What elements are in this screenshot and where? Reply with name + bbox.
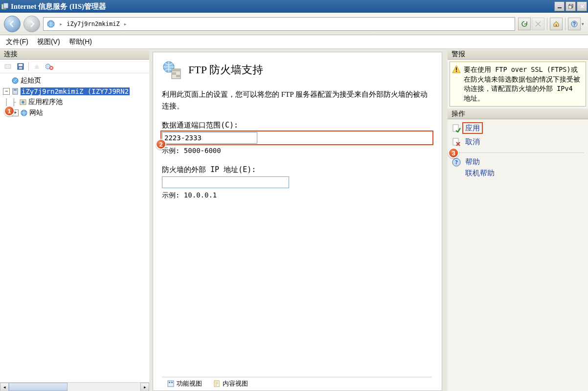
window-titlebar: Internet 信息服务 (IIS)管理器 ✕ xyxy=(0,0,588,13)
svg-point-19 xyxy=(22,101,24,104)
collapse-icon[interactable]: − xyxy=(3,88,10,95)
tree-sites[interactable]: + 网站 xyxy=(1,108,148,118)
tree-label: 起始页 xyxy=(21,76,41,85)
sites-icon xyxy=(20,109,28,117)
navigation-toolbar: ▸ iZy7j9rn2mkimiZ ▸ ? ▾ xyxy=(0,13,588,35)
start-page-icon xyxy=(11,77,20,85)
home-button[interactable] xyxy=(550,18,563,30)
cancel-icon xyxy=(452,137,461,147)
minimize-button[interactable] xyxy=(554,1,565,11)
help-toolbar-button[interactable]: ? xyxy=(568,18,581,30)
breadcrumb-host[interactable]: iZy7j9rn2mkimiZ xyxy=(67,21,119,27)
help-action[interactable]: ? 帮助 xyxy=(452,152,584,166)
svg-rect-23 xyxy=(172,69,181,71)
delete-connection-icon[interactable] xyxy=(45,62,54,71)
external-ip-input[interactable] xyxy=(162,176,289,188)
action-label: 联机帮助 xyxy=(465,169,495,178)
tab-content-view[interactable]: 内容视图 xyxy=(208,378,253,389)
warning-icon xyxy=(452,65,461,74)
connect-icon xyxy=(3,62,13,71)
ftp-firewall-icon xyxy=(162,60,181,80)
apply-icon xyxy=(452,123,461,133)
tree-start-page[interactable]: 起始页 xyxy=(1,75,148,86)
help-icon: ? xyxy=(452,157,461,167)
menu-help[interactable]: 帮助(H) xyxy=(69,38,92,46)
svg-text:?: ? xyxy=(455,159,458,166)
connections-tree[interactable]: 起始页 − iZy7j9rn2mkimiZ (IZY7J9RN2 │ ├ 应用程… xyxy=(0,73,149,382)
window-title: Internet 信息服务 (IIS)管理器 xyxy=(11,2,106,11)
view-tabs: 功能视图 内容视图 xyxy=(162,377,432,390)
app-icon xyxy=(1,2,9,10)
close-button[interactable]: ✕ xyxy=(577,1,587,11)
svg-rect-11 xyxy=(19,64,23,66)
server-icon xyxy=(11,87,20,95)
stop-button xyxy=(532,18,544,30)
svg-rect-6 xyxy=(556,24,557,26)
connections-toolbar xyxy=(0,60,149,73)
action-label: 帮助 xyxy=(465,157,480,167)
content-panel: FTP 防火墙支持 利用此页面上的设置，您可以将您的 FTP 服务器配置为接受来… xyxy=(152,49,445,391)
svg-rect-24 xyxy=(172,72,176,75)
breadcrumb-separator: ▸ xyxy=(59,21,63,27)
page-description: 利用此页面上的设置，您可以将您的 FTP 服务器配置为接受来自外部防火墙的被动连… xyxy=(162,88,432,112)
action-label: 应用 xyxy=(465,124,480,133)
svg-rect-1 xyxy=(3,3,8,8)
menu-view[interactable]: 视图(V) xyxy=(37,38,60,46)
svg-rect-28 xyxy=(171,382,173,383)
back-button[interactable] xyxy=(4,16,21,32)
svg-rect-12 xyxy=(19,67,22,69)
globe-icon xyxy=(46,20,55,28)
tab-label: 功能视图 xyxy=(177,379,202,388)
callout-1: 1 xyxy=(4,106,15,116)
external-ip-label: 防火墙的外部 IP 地址(E): xyxy=(162,165,432,174)
tree-server-node[interactable]: − iZy7j9rn2mkimiZ (IZY7J9RN2 xyxy=(1,86,148,97)
connections-header: 连接 xyxy=(0,49,149,60)
svg-rect-26 xyxy=(168,381,174,387)
save-icon[interactable] xyxy=(16,62,25,71)
tree-label: 应用程序池 xyxy=(28,98,63,107)
features-view-icon xyxy=(167,380,175,388)
cancel-action[interactable]: 取消 xyxy=(452,135,584,149)
online-help-action[interactable]: 联机帮助 xyxy=(452,166,584,180)
horizontal-scrollbar[interactable]: ◂ ▸ xyxy=(0,382,149,391)
alert-box: 要在使用 FTP over SSL (FTPS)或在防火墙未筛选数据包的情况下接… xyxy=(450,62,586,107)
svg-rect-17 xyxy=(14,89,17,90)
svg-rect-4 xyxy=(568,5,572,9)
content-view-icon xyxy=(213,380,221,388)
scroll-thumb[interactable] xyxy=(9,383,68,391)
connections-panel: 连接 起始页 − iZy7j9rn2mkimiZ (IZY7J9RN2 │ ├ xyxy=(0,49,152,391)
page-title: FTP 防火墙支持 xyxy=(188,63,263,77)
app-pool-icon xyxy=(19,98,27,106)
svg-rect-25 xyxy=(176,75,181,77)
scroll-left-button[interactable]: ◂ xyxy=(0,383,9,391)
alert-text: 要在使用 FTP over SSL (FTPS)或在防火墙未筛选数据包的情况下接… xyxy=(464,65,583,103)
menu-bar: 文件(F) 视图(V) 帮助(H) xyxy=(0,35,588,49)
breadcrumb-separator: ▸ xyxy=(124,21,127,27)
actions-header: 操作 xyxy=(448,109,588,119)
port-range-example: 示例: 5000-6000 xyxy=(162,147,432,155)
tree-label: iZy7j9rn2mkimiZ (IZY7J9RN2 xyxy=(21,87,130,95)
svg-rect-27 xyxy=(169,382,170,383)
tab-label: 内容视图 xyxy=(223,379,248,388)
tree-app-pools[interactable]: │ ├ 应用程序池 xyxy=(1,97,148,108)
forward-button[interactable] xyxy=(23,16,40,32)
address-bar[interactable]: ▸ iZy7j9rn2mkimiZ ▸ xyxy=(43,17,515,31)
svg-rect-16 xyxy=(13,88,18,94)
external-ip-example: 示例: 10.0.0.1 xyxy=(162,191,432,200)
svg-rect-9 xyxy=(5,65,11,68)
scroll-right-button[interactable]: ▸ xyxy=(140,383,149,391)
callout-2: 2 xyxy=(156,139,166,150)
svg-rect-30 xyxy=(456,67,457,70)
port-range-label: 数据通道端口范围(C): xyxy=(162,121,432,130)
alerts-header: 警报 xyxy=(448,49,588,60)
menu-file[interactable]: 文件(F) xyxy=(6,38,28,46)
actions-panel: 警报 要在使用 FTP over SSL (FTPS)或在防火墙未筛选数据包的情… xyxy=(445,49,588,391)
refresh-button[interactable] xyxy=(518,18,531,30)
restore-button[interactable] xyxy=(565,1,576,11)
svg-rect-31 xyxy=(456,71,457,72)
svg-rect-32 xyxy=(453,125,458,131)
highlight-box xyxy=(160,130,433,145)
callout-3: 3 xyxy=(448,148,459,158)
tab-features-view[interactable]: 功能视图 xyxy=(162,378,207,389)
apply-action[interactable]: 应用 xyxy=(452,121,584,135)
